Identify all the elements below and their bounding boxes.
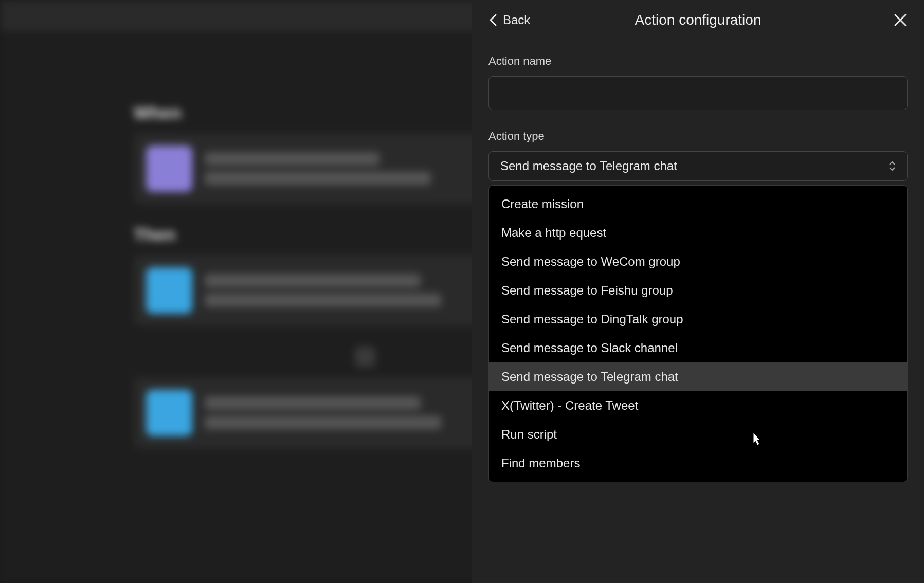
action-config-panel: Back Action configuration Action name Ac… bbox=[472, 0, 924, 583]
dropdown-option[interactable]: Find members bbox=[489, 449, 907, 478]
action-type-label: Action type bbox=[488, 130, 908, 143]
placeholder-line bbox=[205, 274, 421, 287]
action-type-dropdown[interactable]: Create missionMake a http equestSend mes… bbox=[488, 185, 908, 482]
select-caret-icon bbox=[889, 161, 896, 171]
card-icon bbox=[146, 390, 192, 436]
dropdown-option[interactable]: X(Twitter) - Create Tweet bbox=[489, 391, 907, 420]
back-button[interactable]: Back bbox=[488, 13, 530, 27]
dropdown-option[interactable]: Send message to WeCom group bbox=[489, 247, 907, 276]
action-type-select[interactable]: Send message to Telegram chat bbox=[488, 151, 908, 181]
dropdown-option[interactable]: Create mission bbox=[489, 190, 907, 218]
close-icon bbox=[893, 13, 908, 27]
placeholder-line bbox=[205, 172, 431, 185]
dropdown-option[interactable]: Send message to Telegram chat bbox=[489, 362, 907, 391]
panel-title: Action configuration bbox=[635, 12, 762, 28]
card-icon bbox=[146, 267, 192, 314]
dropdown-option[interactable]: Send message to Slack channel bbox=[489, 334, 907, 362]
placeholder-line bbox=[205, 152, 379, 166]
back-label: Back bbox=[503, 13, 530, 27]
close-button[interactable] bbox=[893, 13, 908, 27]
panel-body: Action name Action type Send message to … bbox=[472, 40, 924, 583]
action-type-selected: Send message to Telegram chat bbox=[500, 159, 677, 173]
dropdown-option[interactable]: Send message to DingTalk group bbox=[489, 305, 907, 334]
placeholder-line bbox=[205, 396, 421, 410]
dropdown-option[interactable]: Send message to Feishu group bbox=[489, 276, 907, 305]
card-icon bbox=[146, 145, 192, 192]
panel-header: Back Action configuration bbox=[472, 0, 924, 40]
add-step-button bbox=[355, 347, 375, 367]
placeholder-line bbox=[205, 294, 441, 307]
dropdown-option[interactable]: Run script bbox=[489, 420, 907, 449]
action-name-label: Action name bbox=[488, 54, 908, 68]
chevron-left-icon bbox=[488, 13, 498, 27]
placeholder-line bbox=[205, 416, 441, 429]
dropdown-option[interactable]: Make a http equest bbox=[489, 218, 907, 247]
action-name-input[interactable] bbox=[488, 76, 908, 110]
